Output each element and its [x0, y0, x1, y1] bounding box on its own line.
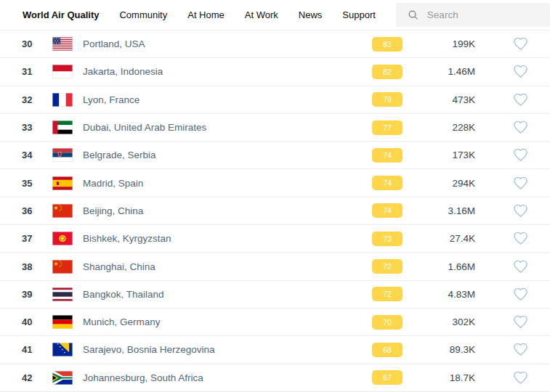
- follow-heart-icon[interactable]: [513, 232, 528, 245]
- city-ranking-row[interactable]: 33 Dubai, United Arab Emirates 77 228K: [0, 114, 550, 142]
- heart-outline-path: [514, 344, 527, 356]
- aqi-badge: 73: [372, 232, 403, 246]
- rank-cell: 35: [22, 178, 52, 189]
- follow-heart-icon[interactable]: [513, 371, 528, 385]
- rank-cell: 32: [22, 94, 52, 105]
- heart-outline-path: [514, 261, 527, 272]
- follow-heart-icon[interactable]: [513, 37, 528, 51]
- followers-count: 1.46M: [403, 66, 475, 77]
- nav-item-at-work[interactable]: At Work: [245, 9, 278, 20]
- id-flag-icon: [52, 65, 73, 78]
- followers-count: 199K: [403, 38, 475, 49]
- city-link[interactable]: Beijing, China: [83, 205, 372, 216]
- city-link[interactable]: Jakarta, Indonesia: [83, 66, 372, 77]
- city-link[interactable]: Belgrade, Serbia: [83, 150, 372, 160]
- followers-count: 294K: [403, 178, 475, 189]
- rs-flag-icon: [52, 148, 73, 162]
- us-flag-icon: [52, 37, 73, 51]
- followers-count: 228K: [403, 122, 475, 133]
- heart-outline-path: [514, 288, 527, 300]
- city-ranking-row[interactable]: 31 Jakarta, Indonesia 82 1.46M: [0, 58, 550, 86]
- city-link[interactable]: Bangkok, Thailand: [83, 289, 372, 300]
- nav-item-at-home[interactable]: At Home: [187, 9, 225, 20]
- heart-outline-path: [514, 177, 527, 189]
- city-ranking-row[interactable]: 40 Munich, Germany 70 302K: [0, 309, 550, 336]
- followers-count: 302K: [403, 317, 475, 327]
- heart-outline-path: [514, 94, 527, 105]
- city-ranking-row[interactable]: 39 Bangkok, Thailand 72 4.83M: [0, 281, 550, 309]
- followers-count: 89.3K: [403, 344, 475, 355]
- aqi-badge: 67: [372, 370, 403, 385]
- city-ranking-row[interactable]: 30 Portland, USA 83 199K: [0, 30, 550, 58]
- nav-item-support[interactable]: Support: [342, 9, 376, 20]
- aqi-badge: 77: [372, 121, 403, 135]
- rank-cell: 33: [22, 122, 52, 133]
- heart-outline-path: [514, 372, 527, 383]
- followers-count: 27.4K: [403, 233, 475, 244]
- follow-heart-icon[interactable]: [513, 260, 528, 274]
- search-icon: [408, 9, 418, 20]
- heart-outline-path: [514, 121, 527, 133]
- city-ranking-row[interactable]: 41 Sarajevo, Bosnia Herzegovina 68 89.3K: [0, 336, 550, 364]
- nav-item-news[interactable]: News: [299, 9, 323, 20]
- city-ranking-row[interactable]: 35 Madrid, Spain 74 294K: [0, 169, 550, 197]
- aqi-badge: 79: [372, 92, 403, 107]
- follow-heart-icon[interactable]: [513, 121, 528, 134]
- nav-item-world-air-quality[interactable]: World Air Quality: [23, 9, 99, 20]
- city-ranking-row[interactable]: 36 Beijing, China 74 3.16M: [0, 197, 550, 225]
- aqi-badge: 74: [372, 148, 403, 163]
- follow-heart-icon[interactable]: [513, 176, 528, 190]
- city-link[interactable]: Madrid, Spain: [83, 178, 372, 189]
- followers-count: 18.7K: [403, 372, 475, 383]
- th-flag-icon: [52, 287, 73, 301]
- city-link[interactable]: Munich, Germany: [83, 317, 372, 327]
- heart-outline-path: [514, 38, 527, 50]
- rank-cell: 37: [22, 233, 52, 244]
- ba-flag-icon: [52, 343, 73, 356]
- nav-item-community[interactable]: Community: [119, 9, 167, 20]
- search-box[interactable]: [396, 3, 550, 27]
- cn-flag-icon: [52, 204, 73, 218]
- follow-heart-icon[interactable]: [513, 65, 528, 78]
- de-flag-icon: [52, 315, 73, 329]
- rank-cell: 41: [22, 344, 52, 355]
- heart-outline-path: [514, 316, 527, 327]
- rank-cell: 40: [22, 317, 52, 327]
- aqi-badge: 72: [372, 287, 403, 301]
- followers-count: 4.83M: [403, 289, 475, 300]
- heart-outline-path: [514, 150, 527, 161]
- city-ranking-row[interactable]: 37 Bishkek, Kyrgyzstan 73 27.4K: [0, 225, 550, 253]
- followers-count: 173K: [403, 150, 475, 160]
- heart-outline-path: [514, 66, 527, 78]
- city-ranking-row[interactable]: 34 Belgrade, Serbia 74 173K: [0, 142, 550, 169]
- aqi-badge: 70: [372, 315, 403, 330]
- follow-heart-icon[interactable]: [513, 204, 528, 218]
- follow-heart-icon[interactable]: [513, 287, 528, 301]
- heart-outline-path: [514, 233, 527, 245]
- city-ranking-row[interactable]: 32 Lyon, France 79 473K: [0, 86, 550, 114]
- city-link[interactable]: Dubai, United Arab Emirates: [83, 122, 372, 133]
- city-link[interactable]: Johannesburg, South Africa: [83, 372, 372, 383]
- za-flag-icon: [52, 371, 73, 385]
- rank-cell: 36: [22, 205, 52, 216]
- city-ranking-row[interactable]: 42 Johannesburg, South Africa 67 18.7K: [0, 364, 550, 392]
- city-link[interactable]: Portland, USA: [83, 38, 372, 49]
- city-link[interactable]: Shanghai, China: [83, 261, 372, 272]
- follow-heart-icon[interactable]: [513, 93, 528, 107]
- rank-cell: 39: [22, 289, 52, 300]
- aqi-badge: 72: [372, 259, 403, 274]
- city-link[interactable]: Sarajevo, Bosnia Herzegovina: [83, 344, 372, 355]
- city-ranking-row[interactable]: 38 Shanghai, China 72 1.66M: [0, 253, 550, 280]
- follow-heart-icon[interactable]: [513, 148, 528, 162]
- search-input[interactable]: [426, 9, 542, 21]
- city-link[interactable]: Lyon, France: [83, 94, 372, 105]
- aqi-badge: 83: [372, 37, 403, 52]
- aqi-badge: 74: [372, 176, 403, 190]
- follow-heart-icon[interactable]: [513, 315, 528, 329]
- rank-cell: 30: [22, 38, 52, 49]
- aqi-badge: 74: [372, 203, 403, 218]
- followers-count: 3.16M: [403, 205, 475, 216]
- followers-count: 1.66M: [403, 261, 475, 272]
- city-link[interactable]: Bishkek, Kyrgyzstan: [83, 233, 372, 244]
- follow-heart-icon[interactable]: [513, 343, 528, 356]
